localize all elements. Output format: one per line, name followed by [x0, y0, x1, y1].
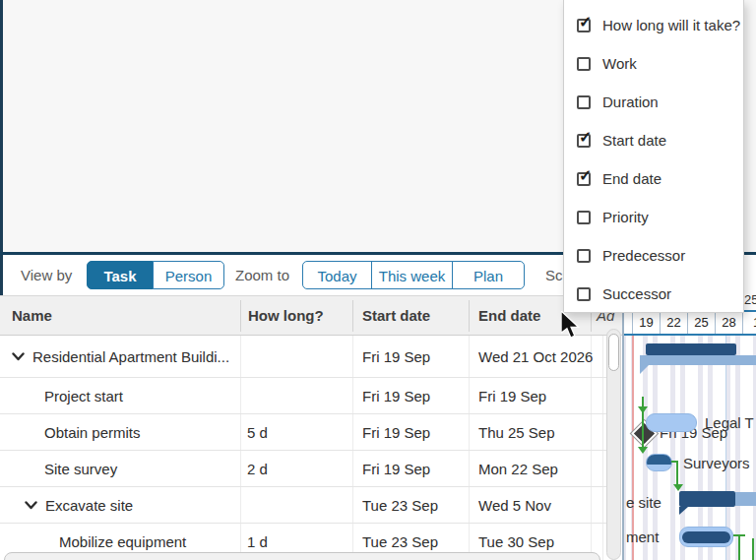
header-start-date: Start date	[362, 296, 430, 335]
checkbox[interactable]	[577, 249, 591, 263]
table-row[interactable]: Project start Fri 19 Sep Fri 19 Sep	[0, 378, 606, 414]
clipped-label-mobilize-equipment: ment	[626, 529, 659, 545]
connector-arrow	[673, 484, 683, 491]
header-separator	[352, 300, 353, 332]
summary-bracket-notch	[640, 365, 649, 374]
project-summary-bracket	[640, 355, 756, 365]
menu-item-label: Successor	[602, 285, 671, 302]
task-how-long[interactable]	[247, 487, 351, 523]
table-row[interactable]: Residential Apartment Buildi... Fri 19 S…	[0, 336, 606, 378]
task-bar-progress	[682, 531, 730, 543]
zoom-today-button[interactable]: Today	[302, 261, 372, 289]
task-grid-header: Name How long? Start date End date Ad	[0, 295, 622, 336]
view-by-task-button[interactable]: Task	[87, 261, 154, 289]
vertical-scrollbar-thumb[interactable]	[608, 334, 619, 371]
task-name[interactable]: Excavate site	[45, 497, 133, 514]
header-separator	[240, 300, 241, 332]
task-name[interactable]: Mobilize equipment	[59, 533, 186, 550]
menu-item-start-date[interactable]: Start date	[564, 121, 743, 159]
menu-item-label: Work	[602, 55, 637, 72]
task-start-date[interactable]: Fri 19 Sep	[362, 414, 468, 450]
checkbox[interactable]	[577, 134, 591, 148]
zoom-to-label: Zoom to	[235, 255, 289, 295]
checkbox[interactable]	[577, 95, 591, 109]
checkbox[interactable]	[577, 211, 591, 224]
dependency-connector	[738, 534, 740, 560]
task-name[interactable]: Site survey	[44, 461, 117, 477]
task-bar-mobilize-equipment[interactable]	[679, 527, 733, 547]
menu-item-label: Priority	[602, 209, 649, 225]
task-bar-obtain-permits[interactable]	[646, 413, 697, 432]
task-start-date[interactable]: Fri 19 Sep	[362, 336, 468, 377]
today-marker-line	[632, 336, 634, 560]
task-how-long[interactable]	[247, 378, 351, 413]
task-name[interactable]: Project start	[44, 388, 123, 404]
gantt-day-tick: 19	[632, 312, 660, 334]
menu-item-label: Duration	[602, 93, 659, 110]
mouse-cursor-icon	[561, 311, 580, 342]
task-name[interactable]: Obtain permits	[44, 424, 141, 441]
menu-item-predecessor[interactable]: Predecessor	[564, 236, 743, 275]
zoom-this-week-button[interactable]: This week	[371, 261, 453, 289]
checkbox[interactable]	[577, 19, 591, 32]
header-name: Name	[12, 296, 52, 335]
menu-item-label: End date	[602, 170, 662, 187]
gantt-date-header: 19 22 25 28 1	[624, 310, 756, 336]
view-by-person-button[interactable]: Person	[153, 261, 224, 289]
menu-item-how-long[interactable]: How long will it take?	[564, 6, 743, 44]
chevron-down-icon[interactable]	[25, 501, 37, 510]
header-how-long: How long?	[248, 296, 324, 335]
clipped-label-excavate-site: e site	[626, 494, 662, 511]
task-how-long[interactable]	[247, 336, 351, 377]
view-by-label: View by	[21, 255, 72, 295]
dependency-connector	[642, 397, 644, 447]
connector-arrow	[638, 447, 648, 454]
checkbox[interactable]	[577, 172, 591, 186]
table-row[interactable]: Obtain permits 5 d Fri 19 Sep Thu 25 Sep	[0, 414, 606, 451]
menu-item-work[interactable]: Work	[564, 44, 743, 83]
dependency-connector	[752, 538, 754, 560]
task-how-long[interactable]: 5 d	[247, 414, 351, 450]
gantt-chart-area: Fri 19 Sep Legal T Surveyors e site ment	[624, 336, 756, 560]
header-end-date: End date	[478, 296, 540, 335]
task-bar-site-survey[interactable]	[646, 454, 672, 471]
task-end-date[interactable]: Wed 21 Oct 2026	[478, 336, 601, 377]
task-end-date[interactable]: Mon 22 Sep	[478, 451, 601, 486]
task-start-date[interactable]: Fri 19 Sep	[362, 378, 468, 413]
menu-item-duration[interactable]: Duration	[564, 83, 743, 121]
menu-item-end-date[interactable]: End date	[564, 159, 743, 198]
column-chooser-menu: How long will it take? Work Duration Sta…	[563, 0, 744, 313]
gantt-day-tick: 25	[687, 312, 715, 334]
task-name[interactable]: Residential Apartment Buildi...	[32, 348, 229, 365]
header-separator	[469, 300, 470, 332]
dependency-connector	[676, 461, 678, 484]
app-window: View by Task Person Zoom to Today This w…	[0, 0, 756, 560]
table-row[interactable]: Excavate site Tue 23 Sep Wed 5 Nov	[0, 487, 606, 524]
task-end-date[interactable]: Thu 25 Sep	[478, 414, 601, 450]
task-end-date[interactable]: Fri 19 Sep	[478, 378, 601, 413]
menu-item-successor[interactable]: Successor	[564, 275, 743, 313]
horizontal-scrollbar[interactable]	[4, 552, 600, 560]
gantt-day-tick: 28	[715, 312, 742, 334]
table-row[interactable]: Site survey 2 d Fri 19 Sep Mon 22 Sep	[0, 451, 606, 487]
project-summary-bar[interactable]	[646, 343, 736, 355]
excavate-summary-bar[interactable]	[679, 491, 735, 507]
excavate-summary-tail	[735, 492, 756, 506]
menu-item-label: Predecessor	[602, 247, 685, 264]
task-grid-body: Residential Apartment Buildi... Fri 19 S…	[0, 336, 606, 560]
task-start-date[interactable]: Fri 19 Sep	[362, 451, 468, 486]
task-end-date[interactable]: Wed 5 Nov	[478, 487, 601, 523]
menu-item-label: Start date	[602, 132, 666, 149]
chevron-down-icon[interactable]	[12, 352, 25, 361]
gantt-day-tick: 1	[742, 312, 756, 334]
gantt-upper-scale-label: 25	[744, 292, 756, 307]
menu-item-label: How long will it take?	[602, 17, 740, 33]
menu-item-priority[interactable]: Priority	[564, 198, 743, 236]
task-start-date[interactable]: Tue 23 Sep	[362, 487, 468, 523]
bar-label-legal-team: Legal T	[705, 414, 754, 431]
connector-arrow	[638, 406, 648, 413]
checkbox[interactable]	[577, 287, 591, 301]
task-how-long[interactable]: 2 d	[247, 451, 351, 486]
checkbox[interactable]	[577, 57, 591, 71]
zoom-plan-button[interactable]: Plan	[452, 261, 525, 289]
